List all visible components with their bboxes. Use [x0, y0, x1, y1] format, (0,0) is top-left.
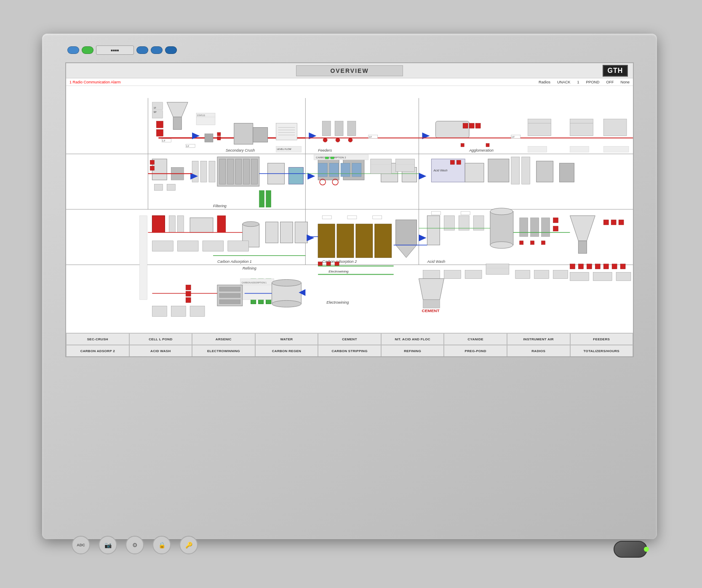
svg-rect-105: [450, 160, 454, 164]
svg-rect-137: [427, 216, 440, 245]
svg-rect-169: [373, 216, 382, 219]
nav-btn-instrument-air[interactable]: INSTRUMENT AIR: [507, 333, 570, 345]
nav-btn-water[interactable]: WATER: [255, 333, 318, 345]
svg-point-142: [490, 208, 513, 215]
ppond-status: OFF: [606, 80, 614, 84]
nav-btn-acid-wash[interactable]: ACID WASH: [129, 345, 192, 357]
nav-btn-carbon-regen[interactable]: CARBON REGEN: [255, 345, 318, 357]
svg-rect-156: [619, 220, 624, 225]
svg-rect-146: [542, 218, 550, 237]
svg-rect-62: [570, 119, 593, 136]
svg-marker-165: [307, 235, 314, 241]
camera-icon[interactable]: 📷: [99, 536, 117, 554]
bottom-icons: ADC 📷 ⚙ 🔒 🔑: [72, 536, 198, 554]
toolbar-btn-5[interactable]: [165, 46, 177, 54]
svg-rect-23: [156, 130, 163, 136]
svg-text:Filtering: Filtering: [213, 204, 227, 208]
svg-rect-80: [251, 159, 258, 184]
svg-rect-216: [534, 270, 549, 279]
toolbar-btn-3[interactable]: [136, 46, 148, 54]
svg-point-120: [243, 222, 259, 227]
svg-rect-213: [444, 270, 461, 279]
bottom-right-control[interactable]: [614, 541, 647, 558]
screen-header: OVERVIEW GTH: [66, 63, 633, 78]
svg-rect-124: [152, 241, 173, 251]
svg-rect-170: [431, 211, 440, 215]
toolbar-btn-4[interactable]: [151, 46, 163, 54]
svg-rect-222: [603, 264, 609, 269]
main-screen: OVERVIEW GTH 1 Radio Communication Alarm…: [65, 62, 634, 357]
nav-row-2: CARBON ADSORP 2 ACID WASH ELECTROWINNING…: [66, 345, 633, 357]
nav-btn-feeders[interactable]: FEEDERS: [570, 333, 633, 345]
svg-text:LEVEL  FLOW: LEVEL FLOW: [277, 148, 292, 150]
svg-rect-172: [139, 216, 147, 299]
svg-rect-70: [200, 161, 207, 182]
svg-rect-46: [347, 121, 356, 136]
svg-marker-231: [419, 279, 444, 300]
process-area: Secondary Crush Feeders Agglomeration Fi…: [66, 86, 633, 333]
unack-value: 1: [577, 80, 579, 84]
nav-btn-cement[interactable]: CEMENT: [318, 333, 381, 345]
svg-rect-191: [325, 157, 328, 159]
svg-rect-200: [219, 287, 240, 291]
svg-rect-44: [322, 121, 331, 136]
nav-btn-carbon-stripping[interactable]: CARBON STRIPPING: [318, 345, 381, 357]
svg-rect-114: [169, 216, 175, 233]
unack-label: UNACK: [557, 80, 571, 84]
svg-text:STATUS: STATUS: [197, 114, 206, 117]
svg-rect-128: [318, 224, 335, 258]
svg-rect-133: [326, 262, 331, 266]
svg-rect-155: [611, 220, 616, 225]
svg-rect-145: [531, 218, 539, 237]
svg-rect-151: [578, 241, 587, 254]
svg-point-208: [272, 300, 302, 307]
svg-rect-117: [217, 216, 226, 233]
svg-rect-168: [347, 216, 357, 219]
nav-btn-preg-pond[interactable]: PREG-POND: [444, 345, 507, 357]
nav-btn-totalizers[interactable]: TOTALIZERS/HOURS: [570, 345, 633, 357]
toolbar-btn-1[interactable]: [67, 46, 79, 54]
nav-btn-radios[interactable]: RADIOS: [507, 345, 570, 357]
svg-text:1.F: 1.F: [186, 145, 189, 147]
svg-rect-141: [490, 211, 513, 245]
svg-rect-167: [322, 216, 331, 219]
svg-text:1F: 1F: [153, 107, 156, 109]
svg-rect-123: [295, 222, 307, 243]
toolbar-btn-2[interactable]: [82, 46, 93, 54]
nav-btn-electrowinning[interactable]: ELECTROWINNING: [192, 345, 255, 357]
nav-btn-carbon-adsorp2[interactable]: CARBON ADSORP 2: [66, 345, 129, 357]
joystick[interactable]: [614, 541, 647, 558]
svg-marker-102: [419, 173, 427, 179]
nav-btn-arsenic[interactable]: ARSENIC: [192, 333, 255, 345]
svg-rect-152: [553, 218, 558, 223]
svg-rect-144: [520, 218, 528, 237]
lock-icon[interactable]: 🔒: [152, 536, 171, 554]
svg-text:CARBON ADSORPTION 1: CARBON ADSORPTION 1: [242, 281, 267, 284]
svg-rect-85: [259, 190, 264, 207]
svg-rect-82: [288, 167, 303, 184]
svg-rect-96: [352, 163, 361, 176]
nav-btn-cyanide[interactable]: CYANIDE: [444, 333, 507, 345]
svg-point-207: [272, 280, 302, 286]
adc-icon[interactable]: ADC: [72, 536, 90, 554]
svg-rect-121: [266, 222, 278, 243]
svg-rect-125: [177, 241, 198, 251]
svg-rect-113: [152, 216, 165, 233]
svg-text:1.F: 1.F: [369, 136, 372, 139]
nav-btn-nit-acid[interactable]: NIT. ACID AND FLOC: [381, 333, 444, 345]
svg-rect-127: [228, 241, 249, 251]
network-icon[interactable]: ⚙: [125, 536, 144, 554]
nav-btn-refining[interactable]: REFINING: [381, 345, 444, 357]
svg-point-49: [348, 138, 352, 142]
svg-rect-64: [603, 119, 627, 136]
key-icon[interactable]: 🔑: [179, 536, 198, 554]
nav-btn-cell-l-pond[interactable]: CELL L POND: [129, 333, 192, 345]
svg-rect-109: [511, 157, 520, 184]
svg-rect-148: [531, 241, 534, 245]
svg-rect-223: [612, 264, 617, 269]
svg-rect-181: [570, 146, 589, 152]
svg-rect-130: [356, 224, 373, 258]
nav-btn-sec-crush[interactable]: SEC-CRUSH: [66, 333, 129, 345]
toolbar-display: ■■■■: [96, 45, 134, 55]
svg-rect-215: [515, 270, 530, 279]
